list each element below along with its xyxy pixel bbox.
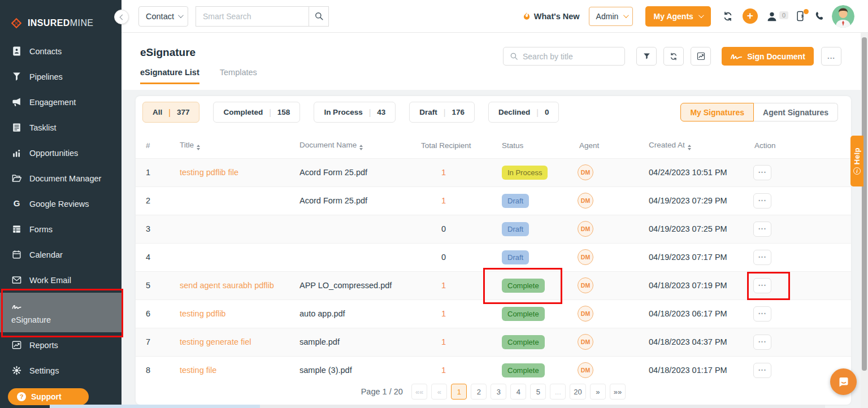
page-button-2[interactable]: 2 (471, 384, 487, 400)
my-agents-button[interactable]: My Agents (645, 6, 711, 27)
agent-avatar[interactable]: DM (578, 193, 593, 209)
created-at: 04/18/2023 04:37 PM (644, 328, 749, 356)
sidebar-item-google-reviews[interactable]: GGoogle Reviews (0, 191, 121, 216)
filter-chip-draft[interactable]: Draft|176 (409, 102, 475, 123)
sidebar-item-settings[interactable]: Settings (0, 358, 121, 383)
tabs: eSignature ListTemplates (140, 68, 257, 84)
sort-icon[interactable] (197, 145, 200, 150)
sidebar-item-esignature[interactable]: eSignature (0, 293, 121, 332)
page-more-button[interactable]: ... (821, 47, 841, 66)
sort-icon[interactable] (359, 145, 363, 150)
vertical-scrollbar[interactable] (861, 33, 868, 408)
sidebar-item-opportunities[interactable]: Opportunities (0, 140, 121, 166)
scrollbar-thumb[interactable] (862, 37, 867, 371)
agents-count-button[interactable]: 0 (766, 10, 788, 23)
sidebar-item-contacts[interactable]: Contacts (0, 38, 121, 64)
created-at: 04/19/2023 07:29 PM (644, 186, 749, 215)
sidebar-item-calendar[interactable]: Calendar (0, 242, 121, 267)
row-actions-button[interactable]: ... (753, 306, 771, 322)
brand-logo-text: INSUREDMINE (28, 18, 93, 28)
chat-bubble-icon (837, 375, 850, 389)
page-button-1[interactable]: « (431, 384, 447, 400)
row-title-cell: testing file (180, 356, 300, 384)
analytics-button[interactable] (691, 47, 711, 66)
agent-avatar[interactable]: DM (578, 164, 593, 180)
bottom-edge-strip (260, 405, 825, 408)
agent-cell: DM (574, 271, 644, 300)
tab-templates[interactable]: Templates (220, 68, 257, 84)
agent-avatar[interactable]: DM (578, 221, 593, 237)
sidebar-item-work-email[interactable]: Work Email (0, 267, 121, 293)
contacts-icon (11, 46, 22, 57)
agent-avatar[interactable]: DM (578, 306, 593, 322)
page-button-10[interactable]: »» (610, 384, 626, 400)
sidebar-collapse-button[interactable] (114, 10, 129, 24)
chat-widget-button[interactable] (830, 368, 857, 395)
title-search-input[interactable] (523, 52, 619, 61)
page-button-9[interactable]: » (590, 384, 606, 400)
sidebar-item-document-manager[interactable]: Document Manager (0, 166, 121, 191)
page-button-3[interactable]: 3 (491, 384, 506, 400)
sidebar-item-pipelines[interactable]: Pipelines (0, 64, 121, 89)
list-refresh-button[interactable] (663, 47, 684, 66)
page-button-20[interactable]: 20 (570, 384, 585, 400)
filter-chip-completed[interactable]: Completed|158 (213, 102, 300, 123)
tab-esignature-list[interactable]: eSignature List (140, 68, 199, 84)
brand-logo[interactable]: INSUREDMINE (0, 0, 121, 29)
column-header-created-at[interactable]: Created At (644, 133, 749, 158)
document-title-link[interactable]: testing pdflib (180, 309, 225, 318)
support-button[interactable]: ? Support (8, 388, 89, 405)
document-title-link[interactable]: testing pdflib file (180, 168, 238, 177)
refresh-button[interactable] (722, 11, 734, 22)
document-title-link[interactable]: send agent saurabh pdflib (180, 281, 274, 290)
column-header-document-name[interactable]: Document Name (300, 133, 421, 158)
add-button[interactable]: + (743, 8, 758, 24)
row-actions-button[interactable]: ... (753, 250, 771, 265)
row-actions-button[interactable]: ... (753, 278, 771, 293)
agent-avatar[interactable]: DM (578, 362, 593, 378)
avatar-image (832, 5, 854, 28)
whats-new-button[interactable]: What's New (522, 11, 580, 21)
notifications-button[interactable] (795, 10, 806, 22)
page-button-5[interactable]: 5 (530, 384, 546, 400)
document-title-link[interactable]: testing generate fiel (180, 337, 251, 346)
filter-funnel-icon (643, 52, 651, 60)
row-actions-button[interactable]: ... (753, 165, 771, 180)
sidebar-item-forms[interactable]: Forms (0, 216, 121, 242)
user-avatar[interactable] (832, 5, 854, 28)
agent-avatar[interactable]: DM (578, 277, 593, 293)
sort-icon[interactable] (688, 145, 691, 150)
filter-chip-in-process[interactable]: In Process|43 (314, 102, 396, 123)
filter-button[interactable] (636, 47, 657, 66)
column-header-title[interactable]: Title (180, 133, 300, 158)
sidebar-item-reports[interactable]: Reports (0, 332, 121, 358)
help-tab[interactable]: Help i (850, 136, 863, 186)
agent-avatar[interactable]: DM (578, 249, 593, 265)
page-button-1[interactable]: 1 (451, 384, 467, 400)
document-title-link[interactable]: testing file (180, 366, 216, 375)
page-button-7[interactable]: ... (550, 384, 566, 400)
row-actions-button[interactable]: ... (753, 363, 771, 378)
sidebar-item-tasklist[interactable]: Tasklist (0, 115, 121, 140)
row-actions-button[interactable]: ... (753, 335, 771, 350)
page-button-0[interactable]: «« (411, 384, 427, 400)
table-row: 30DraftDM04/19/2023 07:25 PM... (136, 215, 851, 243)
page-button-4[interactable]: 4 (510, 384, 526, 400)
row-actions-button[interactable]: ... (753, 222, 771, 237)
smart-search-button[interactable] (309, 6, 329, 27)
sign-document-button[interactable]: Sign Document (722, 47, 814, 66)
admin-select[interactable]: Admin (589, 7, 633, 26)
filter-chip-declined[interactable]: Declined|0 (488, 102, 559, 123)
sidebar-item-engagement[interactable]: Engagement (0, 89, 121, 115)
entity-type-select[interactable]: Contact (138, 6, 188, 27)
phone-button[interactable] (814, 11, 825, 21)
agent-avatar[interactable]: DM (578, 334, 593, 350)
row-number: 4 (136, 243, 180, 271)
filter-chip-all[interactable]: All|377 (142, 102, 199, 123)
support-label: Support (31, 392, 62, 401)
toggle-my-signatures[interactable]: My Signatures (680, 103, 754, 121)
toggle-agent-signatures[interactable]: Agent Signatures (754, 103, 838, 121)
document-name (300, 215, 421, 243)
smart-search-input[interactable] (196, 6, 309, 27)
row-actions-button[interactable]: ... (753, 193, 771, 209)
